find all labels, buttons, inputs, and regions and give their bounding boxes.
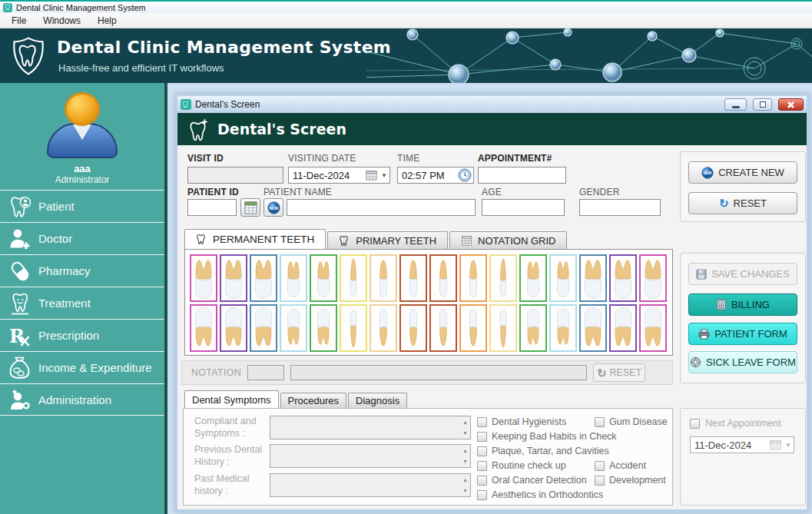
- checkbox-plaque-tartar-and-cavities[interactable]: [477, 446, 487, 456]
- symptoms-panel: Compliant and Symptoms :▲▼Previous Denta…: [183, 408, 673, 506]
- billing-button[interactable]: BILLING: [688, 293, 797, 316]
- child-header: Dental's Screen: [177, 113, 807, 145]
- patient-lookup-button[interactable]: [240, 198, 260, 217]
- sidebar-item-patient[interactable]: Patient: [0, 190, 164, 222]
- tooth-lower-9[interactable]: [429, 304, 457, 352]
- close-button[interactable]: [778, 98, 804, 111]
- tooth-lower-13[interactable]: [549, 304, 577, 352]
- tooth-upper-5[interactable]: [310, 254, 337, 302]
- tooth-lower-4[interactable]: [280, 304, 307, 352]
- checkbox-keeping-bad-habits-in-check[interactable]: [477, 432, 487, 442]
- tooth-upper-9[interactable]: [429, 254, 457, 302]
- sick-leave-form-button[interactable]: SICK LEAVE FORM: [688, 351, 797, 373]
- sidebar-item-pharmacy[interactable]: Pharmacy: [0, 254, 164, 287]
- tooth-upper-3[interactable]: [250, 254, 277, 302]
- checkbox-dental-hygienists[interactable]: [477, 417, 487, 427]
- patient-name-input[interactable]: [287, 199, 476, 216]
- income-icon: [8, 356, 32, 380]
- checkbox-item-keeping-bad-habits-in-check[interactable]: Keeping Bad Habits in Check: [477, 431, 617, 442]
- menu-windows[interactable]: Windows: [35, 14, 89, 28]
- minimize-button[interactable]: [724, 98, 747, 111]
- field-label-past-medical-history: Past Medical history :: [194, 473, 268, 497]
- tooth-upper-7[interactable]: [370, 254, 397, 302]
- reset-button[interactable]: ↻ RESET: [688, 192, 797, 214]
- checkbox-row: Plaque, Tartar, and Cavities: [477, 446, 609, 456]
- checkbox-development[interactable]: [595, 476, 605, 486]
- sidebar-item-doctor[interactable]: Doctor: [0, 222, 164, 254]
- window-titlebar: Dental Clinic Management System: [0, 0, 812, 13]
- tooth-lower-5[interactable]: [310, 304, 337, 352]
- sidebar-item-prescription[interactable]: RPrescription: [0, 319, 164, 351]
- checkbox-item-plaque-tartar-and-cavities[interactable]: Plaque, Tartar, and Cavities: [477, 446, 609, 456]
- tooth-lower-14[interactable]: [579, 304, 607, 352]
- tooth-upper-13[interactable]: [549, 254, 577, 302]
- checkbox-item-oral-cancer-detection[interactable]: Oral Cancer Detection: [477, 475, 595, 486]
- calendar-icon: [366, 170, 377, 181]
- time-picker[interactable]: 02:57 PM: [397, 167, 474, 184]
- tooth-lower-11[interactable]: [489, 304, 517, 352]
- age-input[interactable]: [482, 199, 565, 216]
- tooth-upper-15[interactable]: [609, 254, 637, 302]
- tooth-lower-12[interactable]: [519, 304, 547, 352]
- sidebar-item-label: Treatment: [38, 297, 91, 310]
- checkbox-item-routine-check-up[interactable]: Routine check up: [477, 460, 595, 471]
- tooth-upper-16[interactable]: [639, 254, 667, 302]
- tooth-upper-2[interactable]: [220, 254, 247, 302]
- tab-primary-teeth[interactable]: PRIMARY TEETH: [327, 231, 448, 249]
- tooth-lower-1[interactable]: [190, 304, 217, 352]
- restore-button[interactable]: [753, 98, 772, 111]
- menu-help[interactable]: Help: [89, 14, 125, 28]
- checkbox-accident[interactable]: [595, 461, 605, 471]
- printer-icon: [698, 329, 710, 340]
- checkbox-item-development[interactable]: Development: [595, 475, 666, 486]
- tooth-lower-7[interactable]: [370, 304, 397, 352]
- checkbox-item-accident[interactable]: Accident: [595, 460, 646, 471]
- tab-procedures[interactable]: Procedures: [280, 393, 346, 408]
- sidebar-item-income-expenditure[interactable]: Income & Expenditure: [0, 351, 164, 383]
- checkbox-oral-cancer-detection[interactable]: [477, 476, 487, 486]
- checkbox-routine-check-up[interactable]: [477, 461, 487, 471]
- create-new-button[interactable]: NEW CREATE NEW: [688, 161, 797, 184]
- checkbox-item-dental-hygienists[interactable]: Dental Hygienists: [477, 416, 595, 427]
- checkbox-aesthetics-in-orthodontics[interactable]: [477, 490, 487, 500]
- tooth-upper-10[interactable]: [459, 254, 487, 302]
- scroll-up-icon: ▲: [462, 448, 468, 453]
- appointment-input[interactable]: [478, 167, 566, 184]
- visiting-date-picker[interactable]: 11-Dec-2024 ▼: [288, 167, 390, 184]
- tooth-lower-10[interactable]: [459, 304, 487, 352]
- tooth-upper-12[interactable]: [519, 254, 547, 302]
- tooth-lower-15[interactable]: [609, 304, 637, 352]
- child-titlebar[interactable]: Dental's Screen: [177, 96, 807, 113]
- visit-id-label: VISIT ID: [187, 153, 224, 164]
- next-appointment-checkbox[interactable]: [690, 419, 700, 429]
- menu-file[interactable]: File: [3, 14, 35, 28]
- reset-icon: ↻: [597, 367, 607, 379]
- clock-icon[interactable]: [458, 168, 472, 182]
- checkbox-gum-disease[interactable]: [595, 417, 605, 427]
- tooth-upper-1[interactable]: [190, 254, 217, 302]
- tooth-upper-8[interactable]: [399, 254, 427, 302]
- tab-permanent-teeth[interactable]: PERMANENT TEETH: [184, 229, 326, 249]
- checkbox-item-aesthetics-in-orthodontics[interactable]: Aesthetics in Orthodontics: [477, 489, 603, 500]
- patient-form-button[interactable]: PATIENT FORM: [688, 323, 797, 345]
- tooth-upper-6[interactable]: [340, 254, 367, 302]
- tooth-lower-6[interactable]: [340, 304, 367, 352]
- tooth-upper-14[interactable]: [579, 254, 607, 302]
- gender-input[interactable]: [579, 199, 661, 216]
- tooth-upper-11[interactable]: [489, 254, 517, 302]
- tab-diagnosis[interactable]: Diagnosis: [348, 393, 407, 408]
- tooth-lower-3[interactable]: [250, 304, 277, 352]
- sidebar-item-treatment[interactable]: Treatment: [0, 287, 164, 319]
- checkbox-item-gum-disease[interactable]: Gum Disease: [595, 416, 668, 427]
- sidebar-item-administration[interactable]: Administration: [0, 383, 164, 416]
- tab-notation-grid[interactable]: NOTATION GRID: [449, 231, 567, 249]
- tab-dental-symptoms[interactable]: Dental Symptoms: [184, 390, 279, 408]
- new-patient-button[interactable]: NEW: [263, 198, 283, 217]
- dropdown-arrow-icon[interactable]: ▼: [379, 172, 389, 179]
- tooth-lower-2[interactable]: [220, 304, 247, 352]
- patient-id-input[interactable]: [187, 199, 237, 216]
- calendar-icon: [770, 439, 781, 450]
- tooth-lower-8[interactable]: [399, 304, 427, 352]
- tooth-lower-16[interactable]: [639, 304, 667, 352]
- tooth-upper-4[interactable]: [280, 254, 307, 302]
